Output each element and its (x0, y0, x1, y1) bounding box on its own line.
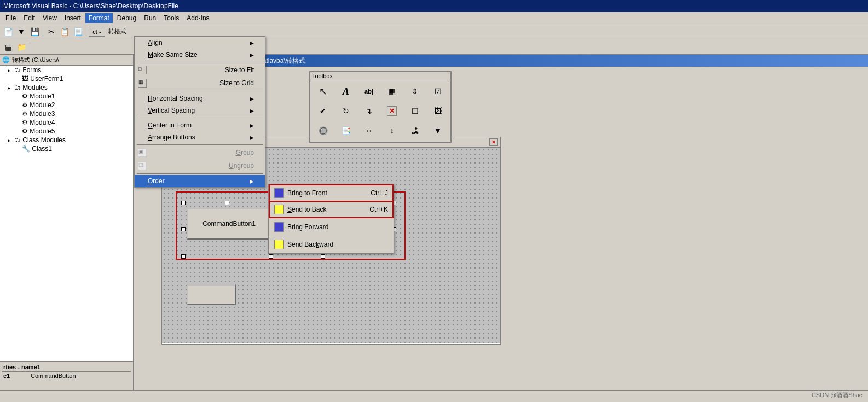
tree-icon-m3: ⚙ (22, 110, 28, 118)
toolbar-cut[interactable]: ✂ (45, 26, 57, 38)
watermark: CSDN @酒酒Shae (812, 391, 863, 399)
tool-arrow-down[interactable]: ▼ (426, 121, 449, 141)
format-arrange[interactable]: Arrange Buttons ▶ (135, 131, 265, 143)
format-center[interactable]: Center in Form ▶ (135, 119, 265, 131)
format-h-spacing[interactable]: Horizontal Spacing ▶ (135, 92, 265, 104)
format-group[interactable]: ▣ Group (135, 146, 265, 159)
menu-run[interactable]: Run (141, 13, 159, 23)
tree-item-module4[interactable]: ⚙ Module4 (0, 118, 133, 127)
menu-view[interactable]: View (39, 13, 60, 23)
tree-item-userform1[interactable]: 🖼 UserForm1 (0, 74, 133, 83)
tree-view: ▸ 🗂 Forms 🖼 UserForm1 ▸ 🗂 Modules ⚙ (0, 66, 133, 361)
tool-text-a[interactable]: A (334, 81, 357, 101)
same-size-arrow: ▶ (250, 52, 254, 58)
order-submenu: Bring to Front Ctrl+J Send to Back Ctrl+… (268, 184, 394, 254)
tree-item-module1[interactable]: ⚙ Module1 (0, 92, 133, 101)
format-ungroup[interactable]: ⬚ Ungroup (135, 159, 265, 172)
order-bring-front[interactable]: Bring to Front Ctrl+J (269, 184, 394, 202)
h-spacing-label: Horizontal Spacing (148, 95, 203, 102)
format-size-grid[interactable]: ▦ Size to Grid (135, 77, 265, 90)
menu-tools[interactable]: Tools (160, 13, 182, 23)
toolbar-save[interactable]: 💾 (28, 26, 40, 38)
tool-toggle[interactable]: 🔘 (311, 121, 334, 141)
bring-forward-icon (274, 222, 284, 232)
toolbar-copy[interactable]: 📋 (59, 26, 71, 38)
format-v-spacing[interactable]: Vertical Spacing ▶ (135, 104, 265, 116)
toolbar-paste[interactable]: 📃 (72, 26, 84, 38)
sel-handle-bc1 (269, 254, 273, 259)
order-send-backward[interactable]: Send Backward (269, 236, 394, 253)
v-spacing-arrow: ▶ (250, 108, 254, 114)
tree-item-module5[interactable]: ⚙ Module5 (0, 127, 133, 136)
userform-close-btn[interactable]: ✕ (489, 138, 498, 146)
tool-tab[interactable]: 📑 (334, 121, 357, 141)
sel-handle-bl (181, 254, 186, 259)
project-icon: 🌐 (2, 56, 10, 63)
format-align[interactable]: Align ▶ (135, 37, 265, 49)
menu-format[interactable]: Format (85, 13, 113, 23)
prop-row1: e1 CommandButton (2, 372, 131, 380)
small-box (187, 284, 236, 305)
menu-file[interactable]: File (2, 13, 19, 23)
tool-label[interactable]: ab| (357, 81, 380, 101)
sel-handle-tc1 (225, 201, 229, 205)
toolbar-new[interactable]: 📄 (2, 26, 14, 38)
tool-frame[interactable]: ↴ (357, 101, 380, 121)
toolbox-close-btn[interactable]: ✕ (387, 106, 397, 116)
format-order[interactable]: Order ▶ (135, 175, 265, 187)
expand-forms: ▸ (8, 67, 14, 73)
tool-img[interactable]: 🖼 (426, 101, 449, 121)
tree-label-m3: Module3 (30, 110, 55, 118)
tree-label-modules: Modules (22, 84, 47, 91)
toolbar-icon-folder[interactable]: 📁 (15, 41, 27, 53)
tool-scroll[interactable]: ⇕ (403, 81, 426, 101)
tool-combo[interactable]: ✔ (311, 101, 334, 121)
tree-item-module2[interactable]: ⚙ Module2 (0, 101, 133, 109)
tool-image2[interactable]: 🏞 (403, 121, 426, 141)
tree-icon-forms: 🗂 (14, 66, 21, 74)
order-bring-forward[interactable]: Bring Forward (269, 218, 394, 236)
tool-check[interactable]: ☑ (426, 81, 449, 101)
tree-label-m1: Module1 (30, 92, 55, 100)
tool-option[interactable]: ↻ (334, 101, 357, 121)
tree-icon-uf1: 🖼 (22, 75, 28, 83)
toolbar-row1: 📄 ▼ 💾 ✂ 📋 📃 ct - 转格式 (0, 24, 868, 39)
toolbar-row2: ▦ 📁 (0, 39, 868, 55)
tool-grid[interactable]: ▦ (380, 81, 403, 101)
toolbox-buttons: ↖ A ab| ▦ ⇕ ☑ ✔ ↻ ↴ ✕ ☐ 🖼 🔘 (310, 80, 450, 142)
full-content: 🌐 转格式 (C:\Users\ ▸ 🗂 Forms 🖼 UserForm1 ▸ (0, 55, 868, 402)
tree-item-modules[interactable]: ▸ 🗂 Modules (0, 83, 133, 92)
toolbar-icon-grid[interactable]: ▦ (2, 41, 14, 53)
sep1 (43, 26, 43, 37)
tree-icon-modules: 🗂 (14, 84, 21, 91)
toolbar-btn2[interactable]: ▼ (15, 26, 27, 38)
size-fit-icon: □ (138, 66, 147, 74)
tree-icon-m1: ⚙ (22, 92, 28, 100)
sel-handle-tl (181, 201, 186, 205)
toolbox-float: Toolbox ↖ A ab| ▦ ⇕ ☑ ✔ ↻ ↴ ✕ (309, 71, 452, 143)
sep-after-size (137, 62, 263, 62)
menu-insert[interactable]: Insert (61, 13, 84, 23)
prop-value1: CommandButton (31, 372, 76, 379)
tree-item-module3[interactable]: ⚙ Module3 (0, 109, 133, 118)
sep2 (137, 91, 263, 91)
tool-extra1[interactable]: ↔ (357, 121, 380, 141)
arrange-arrow: ▶ (250, 135, 254, 141)
tree-item-classmodules[interactable]: ▸ 🗂 Class Modules (0, 136, 133, 144)
menu-edit[interactable]: Edit (20, 13, 38, 23)
order-send-back[interactable]: Send to Back Ctrl+K (269, 202, 394, 218)
tool-pointer[interactable]: ↖ (311, 81, 334, 101)
tool-extra2[interactable]: ↕ (380, 121, 403, 141)
sep3 (137, 118, 263, 118)
size-grid-icon: ▦ (138, 79, 147, 88)
tree-item-class1[interactable]: 🔧 Class1 (0, 144, 133, 153)
format-same-size[interactable]: Make Same Size ▶ (135, 49, 265, 61)
menu-addins[interactable]: Add-Ins (183, 13, 212, 23)
menu-debug[interactable]: Debug (114, 13, 140, 23)
tree-item-forms[interactable]: ▸ 🗂 Forms (0, 66, 133, 74)
tool-listbox[interactable]: ☐ (403, 101, 426, 121)
format-size-fit[interactable]: □ Size to Fit (135, 63, 265, 77)
align-arrow: ▶ (250, 40, 254, 46)
title-bar-left: Microsoft Visual Basic - C:\Users\Shae\D… (0, 0, 868, 12)
command-button-1[interactable]: CommandButton1 (187, 208, 271, 240)
